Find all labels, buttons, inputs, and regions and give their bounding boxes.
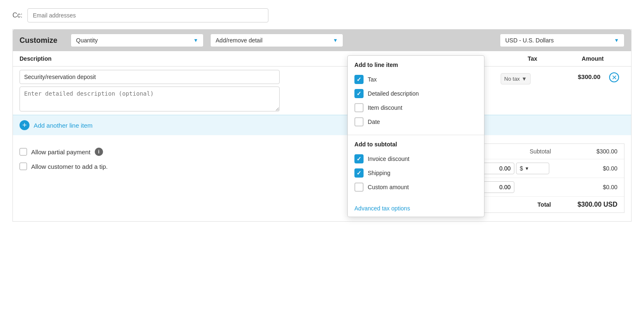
chevron-down-icon: ▼ (521, 76, 527, 82)
tax-value: $0.00 (551, 184, 617, 190)
shipping-checkbox[interactable]: ✓ (354, 168, 364, 178)
line-item-row: No tax ▼ $300.00 ✕ (13, 67, 631, 115)
date-label: Date (368, 119, 380, 125)
add-line-label: Add another line item (34, 122, 93, 129)
dropdown-item-invoice-discount[interactable]: ✓ Invoice discount (354, 152, 477, 166)
partial-payment-label: Allow partial payment (31, 148, 91, 156)
total-label: Total (476, 201, 551, 208)
add-remove-dropdown[interactable]: Add/remove detail ▼ (210, 34, 343, 47)
remove-button[interactable]: ✕ (604, 70, 624, 82)
no-tax-dropdown[interactable]: No tax ▼ (501, 73, 531, 84)
chevron-down-icon: ▼ (614, 37, 619, 43)
bottom-section: Allow partial payment i Allow customer t… (13, 135, 631, 221)
dropdown-item-discount[interactable]: Item discount (354, 101, 477, 115)
invoice-discount-checkbox[interactable]: ✓ (354, 154, 364, 163)
tip-label: Allow customer to add a tip. (31, 163, 108, 170)
detailed-desc-label: Detailed description (368, 90, 419, 97)
amount-cell: $300.00 (534, 70, 600, 80)
discount-checkbox[interactable] (354, 103, 364, 112)
amount-header: Amount (537, 55, 604, 62)
description-header: Description (20, 55, 296, 62)
advanced-tax-link[interactable]: Advanced tax options (348, 200, 484, 217)
discount-label: Item discount (368, 104, 402, 111)
dropdown-item-shipping[interactable]: ✓ Shipping (354, 166, 477, 180)
subtotal-value: $300.00 (551, 148, 617, 155)
main-area: Customize Quantity ▼ Add/remove detail ▼… (12, 29, 632, 222)
tax-checkbox[interactable]: ✓ (354, 75, 364, 84)
advanced-tax-text: Advanced tax options (354, 205, 410, 212)
shipping-label: Shipping (368, 170, 391, 176)
date-checkbox[interactable] (354, 117, 364, 126)
chevron-down-icon: ▼ (193, 37, 198, 43)
shipping-value: $0.00 (551, 165, 617, 172)
detailed-desc-checkbox[interactable]: ✓ (354, 89, 364, 98)
customize-bar: Customize Quantity ▼ Add/remove detail ▼… (13, 30, 631, 51)
dropdown-item-custom-amount[interactable]: Custom amount (354, 180, 477, 194)
add-to-subtotal-title: Add to subtotal (354, 141, 477, 148)
dropdown-item-date[interactable]: Date (354, 115, 477, 129)
currency-type-dropdown[interactable]: $ ▼ (516, 163, 549, 174)
left-options: Allow partial payment i Allow customer t… (20, 143, 383, 213)
add-icon: + (20, 120, 29, 130)
cc-row: Cc: (12, 8, 632, 22)
currency-dropdown[interactable]: USD - U.S. Dollars ▼ (500, 34, 624, 47)
detail-textarea[interactable] (20, 86, 280, 111)
add-to-line-section: Add to line item ✓ Tax ✓ Detailed descri… (348, 56, 484, 135)
chevron-down-icon: ▼ (333, 37, 338, 43)
add-to-subtotal-section: Add to subtotal ✓ Invoice discount ✓ Shi… (348, 135, 484, 200)
info-icon[interactable]: i (95, 148, 103, 156)
add-to-line-title: Add to line item (354, 62, 477, 68)
dropdown-item-detailed-desc[interactable]: ✓ Detailed description (354, 86, 477, 101)
cc-label: Cc: (12, 12, 22, 19)
table-header: Description Tax Amount (13, 51, 631, 67)
custom-amount-label: Custom amount (368, 184, 409, 190)
partial-payment-row: Allow partial payment i (20, 148, 383, 156)
tip-row: Allow customer to add a tip. (20, 163, 383, 170)
add-line-item-row[interactable]: + Add another line item (13, 115, 631, 135)
custom-amount-checkbox[interactable] (354, 183, 364, 192)
chevron-down-icon: ▼ (525, 166, 529, 171)
total-value: $300.00 USD (551, 201, 617, 208)
customize-label: Customize (20, 36, 57, 45)
cc-input[interactable] (27, 8, 268, 22)
partial-payment-checkbox[interactable] (20, 148, 27, 156)
subtotal-label: Subtotal (476, 148, 551, 155)
tip-checkbox[interactable] (20, 163, 27, 170)
quantity-dropdown[interactable]: Quantity ▼ (71, 34, 204, 47)
tax-label: Tax (368, 76, 377, 83)
invoice-discount-label: Invoice discount (368, 156, 409, 162)
remove-icon: ✕ (609, 72, 619, 82)
dropdown-item-tax[interactable]: ✓ Tax (354, 72, 477, 86)
remove-header (604, 55, 624, 62)
description-input[interactable] (20, 70, 280, 84)
add-remove-dropdown-panel: Add to line item ✓ Tax ✓ Detailed descri… (347, 55, 484, 217)
description-cell (20, 70, 280, 111)
